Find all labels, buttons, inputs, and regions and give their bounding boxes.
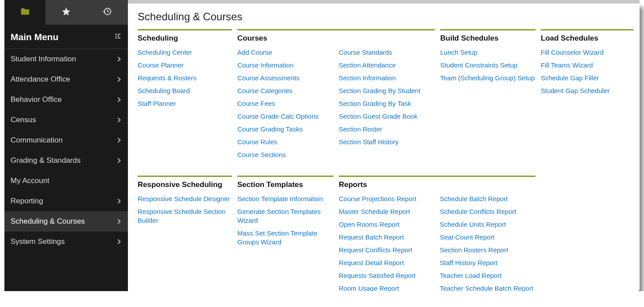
link-team-scheduling-group-setup[interactable]: Team (Scheduling Group) Setup (440, 74, 535, 82)
sidebar-item-scheduling-courses[interactable]: Scheduling & Courses (4, 211, 128, 232)
link-course-grade-calc-options[interactable]: Course Grade Calc Options (237, 112, 318, 120)
link-course-sections[interactable]: Course Sections (237, 151, 286, 158)
content-grid: Scheduling Scheduling CenterCourse Plann… (138, 29, 627, 291)
link-generate-section-templates-wizard[interactable]: Generate Section Templates Wizard (237, 208, 321, 224)
link-staff-history-report[interactable]: Staff History Report (440, 259, 498, 266)
link-section-roster[interactable]: Section Roster (339, 125, 382, 133)
sidebar-item-grading-standards[interactable]: Grading & Standards (4, 150, 128, 171)
link-requests-rosters[interactable]: Requests & Rosters (138, 74, 196, 82)
link-section-information[interactable]: Section Information (339, 74, 396, 82)
link-course-rules[interactable]: Course Rules (237, 138, 277, 146)
link-schedule-conflicts-report[interactable]: Schedule Conflicts Report (440, 208, 516, 215)
link-item: Course Rules (237, 138, 333, 146)
link-course-grading-tasks[interactable]: Course Grading Tasks (237, 125, 303, 133)
link-fill-teams-wizard[interactable]: Fill Teams Wizard (541, 61, 593, 69)
link-item: Staff History Report (440, 258, 535, 267)
sidebar-tab-favorites[interactable] (45, 0, 86, 25)
link-section-grading-by-student[interactable]: Section Grading By Student (339, 87, 420, 94)
tree-toggle-icon[interactable] (114, 32, 122, 42)
link-request-conflicts-report[interactable]: Request Conflicts Report (339, 246, 412, 254)
link-item: Student Gap Scheduler (541, 86, 633, 95)
link-course-projections-report[interactable]: Course Projections Report (339, 195, 416, 202)
sidebar-item-my-account[interactable]: My Account (4, 171, 128, 191)
link-section-template-information[interactable]: Section Template Information (237, 195, 323, 202)
link-course-fees[interactable]: Course Fees (237, 100, 275, 107)
link-mass-set-section-template-groups-wizard[interactable]: Mass Set Section Template Groups Wizard (237, 229, 317, 246)
link-master-schedule-report[interactable]: Master Schedule Report (339, 208, 410, 215)
sidebar-tab-folder[interactable] (4, 0, 45, 25)
sidebar-item-census[interactable]: Census (4, 110, 128, 130)
link-section-rosters-report[interactable]: Section Rosters Report (440, 246, 508, 254)
link-item: Request Conflicts Report (339, 246, 434, 255)
link-course-categories[interactable]: Course Categories (237, 87, 292, 94)
sidebar-item-label: System Settings (11, 237, 65, 246)
link-seat-count-report[interactable]: Seat Count Report (440, 233, 494, 241)
link-item: Course Fees (237, 99, 333, 108)
link-item: Lunch Setup (440, 48, 535, 57)
link-item: Scheduling Board (138, 86, 232, 95)
link-add-course[interactable]: Add Course (237, 49, 272, 56)
link-item: Fill Counselor Wizard (541, 48, 633, 57)
link-student-gap-scheduler[interactable]: Student Gap Scheduler (541, 87, 610, 94)
sidebar-item-label: Census (11, 116, 36, 124)
sidebar-tab-history[interactable] (87, 0, 128, 25)
link-responsive-schedule-designer[interactable]: Responsive Schedule Designer (138, 195, 230, 202)
sidebar-item-communication[interactable]: Communication (4, 130, 128, 150)
link-section-guest-grade-book[interactable]: Section Guest Grade Book (339, 112, 417, 120)
sidebar-item-system-settings[interactable]: System Settings (4, 232, 128, 252)
link-course-assessments[interactable]: Course Assessments (237, 74, 300, 82)
link-item: Course Information (237, 61, 333, 70)
courses-links-col2: Course StandardsSection AttendanceSectio… (339, 48, 435, 163)
sidebar: Main Menu Student InformationAttendance … (4, 0, 128, 291)
link-schedule-batch-report[interactable]: Schedule Batch Report (440, 195, 508, 202)
link-request-batch-report[interactable]: Request Batch Report (339, 233, 404, 241)
link-requests-satisfied-report[interactable]: Requests Satisfied Report (339, 272, 416, 279)
link-room-usage-report[interactable]: Room Usage Report (339, 285, 399, 291)
link-item: Add Course (237, 48, 333, 57)
link-scheduling-board[interactable]: Scheduling Board (138, 87, 190, 94)
link-item: Section Grading By Task (339, 99, 435, 108)
link-course-information[interactable]: Course Information (237, 61, 294, 69)
load-schedules-header: Load Schedules (541, 29, 633, 43)
sidebar-header: Main Menu (4, 25, 128, 49)
link-lunch-setup[interactable]: Lunch Setup (440, 49, 477, 56)
link-item: Course Grading Tasks (237, 125, 333, 134)
reports-links-col2: Schedule Batch ReportSchedule Conflicts … (440, 195, 535, 291)
link-fill-counselor-wizard[interactable]: Fill Counselor Wizard (541, 49, 604, 56)
link-teacher-schedule-batch-report[interactable]: Teacher Schedule Batch Report (440, 285, 533, 291)
sidebar-item-student-information[interactable]: Student Information (4, 49, 128, 69)
responsive-scheduling-links: Responsive Schedule DesignerResponsive S… (138, 195, 232, 225)
link-open-rooms-report[interactable]: Open Rooms Report (339, 221, 400, 228)
link-request-detail-report[interactable]: Request Detail Report (339, 259, 404, 266)
chevron-right-icon (116, 158, 120, 163)
link-item: Schedule Units Report (440, 220, 535, 229)
link-course-planner[interactable]: Course Planner (138, 61, 183, 69)
chevron-right-icon (116, 56, 120, 61)
sidebar-item-behavior-office[interactable]: Behavior Office (4, 90, 128, 110)
link-schedule-units-report[interactable]: Schedule Units Report (440, 221, 506, 228)
block-build-schedules: Build Schedules Lunch SetupStudent Const… (440, 29, 535, 86)
link-item: Course Projections Report (339, 195, 434, 203)
link-item: Generate Section Templates Wizard (237, 207, 333, 225)
link-schedule-gap-filler[interactable]: Schedule Gap Filler (541, 74, 599, 82)
star-icon (61, 7, 71, 18)
sidebar-item-label: Scheduling & Courses (11, 217, 85, 226)
block-courses: Courses Add CourseCourse InformationCour… (237, 29, 435, 163)
link-course-standards[interactable]: Course Standards (339, 49, 392, 56)
link-section-staff-history[interactable]: Section Staff History (339, 138, 399, 146)
section-templates-header: Section Templates (237, 176, 333, 189)
link-section-grading-by-task[interactable]: Section Grading By Task (339, 100, 411, 107)
sidebar-item-reporting[interactable]: Reporting (4, 191, 128, 211)
chevron-right-icon (116, 219, 120, 224)
sidebar-item-attendance-office[interactable]: Attendance Office (4, 69, 128, 90)
link-student-constraints-setup[interactable]: Student Constraints Setup (440, 61, 517, 69)
link-staff-planner[interactable]: Staff Planner (138, 100, 176, 107)
link-item: Course Standards (339, 48, 435, 57)
link-item: Room Usage Report (339, 284, 434, 291)
link-responsive-schedule-section-builder[interactable]: Responsive Schedule Section Builder (138, 208, 225, 224)
link-scheduling-center[interactable]: Scheduling Center (138, 49, 192, 56)
link-item: Teacher Schedule Batch Report (440, 284, 535, 291)
link-item: Request Batch Report (339, 233, 434, 242)
link-section-attendance[interactable]: Section Attendance (339, 61, 396, 69)
link-teacher-load-report[interactable]: Teacher Load Report (440, 272, 502, 279)
